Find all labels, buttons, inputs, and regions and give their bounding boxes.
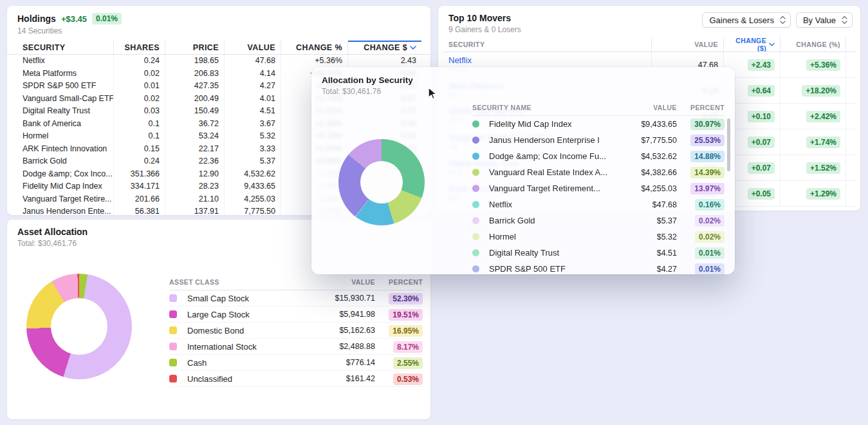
holdings-security-link[interactable]: Vanguard Target Retire...	[17, 193, 114, 206]
series-percent-cell: 14.39%	[677, 166, 725, 178]
series-percent-cell: 0.01%	[677, 263, 725, 274]
series-value: $5,162.63	[309, 326, 375, 335]
allocation-by-security-popup: Allocation by Security Total: $30,461.76…	[311, 67, 735, 274]
series-color-swatch-icon	[169, 294, 177, 302]
holdings-security-link[interactable]: Bank of America	[17, 118, 114, 131]
series-color-swatch-icon	[472, 169, 479, 176]
asset-allocation-title: Asset Allocation	[17, 227, 88, 237]
series-name: Hormel	[489, 232, 613, 241]
series-percent-badge: 14.88%	[690, 151, 725, 162]
series-value: $4.27	[613, 265, 677, 274]
series-name: International Stock	[187, 342, 309, 352]
series-name: Small Cap Stock	[187, 294, 309, 303]
holdings-shares: 0.02	[114, 93, 165, 106]
series-value: $5.32	[613, 232, 677, 241]
mover-change-pct-cell: +18.20%	[780, 78, 846, 103]
holdings-security-link[interactable]: Janus Henderson Ente...	[17, 205, 114, 216]
series-color-swatch-icon	[472, 120, 479, 128]
series-percent-badge: 19.51%	[389, 309, 423, 321]
mover-change-pct-cell: +1.29%	[780, 181, 846, 206]
allocation-row: Vanguard Target Retirement...$4,255.0313…	[472, 180, 725, 196]
series-value: $5.37	[613, 216, 677, 225]
mover-change-pct-badge: +1.74%	[806, 137, 840, 148]
series-value: $4.51	[613, 249, 677, 258]
series-name: Netflix	[489, 200, 613, 209]
mover-change-pct-badge: +18.20%	[802, 85, 840, 97]
holdings-price: 53.24	[165, 130, 225, 143]
holdings-security-link[interactable]: Meta Platforms	[17, 68, 114, 80]
holdings-col-shares[interactable]: Shares	[114, 41, 165, 54]
series-value: $4,382.66	[613, 168, 677, 177]
holdings-shares: 0.1	[114, 130, 165, 143]
series-color-swatch-icon	[169, 343, 177, 350]
series-color-swatch-icon	[472, 249, 479, 256]
holdings-table-header: Security Shares Price Value Change % Cha…	[7, 41, 430, 55]
security-allocation-donut-chart[interactable]	[338, 139, 425, 225]
mover-change-usd-badge: +0.10	[748, 111, 775, 122]
chevron-up-down-icon	[780, 15, 786, 24]
holdings-day-change-percent-badge: 0.01%	[92, 13, 122, 24]
holdings-value: 4.14	[225, 68, 281, 80]
holdings-col-change-usd[interactable]: Change $	[348, 41, 421, 54]
sort-descending-chevron-icon	[769, 42, 775, 46]
series-percent-badge: 0.53%	[393, 373, 423, 385]
series-percent-badge: 8.17%	[393, 341, 423, 353]
holdings-security-link[interactable]: Barrick Gold	[17, 155, 114, 168]
holdings-col-value[interactable]: Value	[225, 41, 281, 54]
series-percent-cell: 13.97%	[677, 182, 725, 194]
movers-col-value[interactable]: Value	[652, 37, 724, 52]
holdings-col-price[interactable]: Price	[165, 41, 225, 54]
series-percent-badge: 0.16%	[695, 199, 725, 211]
popup-scrollbar-thumb[interactable]	[727, 118, 730, 171]
holdings-security-link[interactable]: Hormel	[17, 130, 114, 143]
holdings-security-link[interactable]: Digital Realty Trust	[17, 105, 114, 118]
holdings-price: 150.49	[165, 105, 225, 118]
asset-allocation-donut-chart[interactable]	[26, 274, 132, 379]
holdings-col-security[interactable]: Security	[17, 41, 114, 54]
series-percent-cell: 0.53%	[375, 373, 423, 385]
series-percent-cell: 0.01%	[677, 247, 725, 259]
series-name: Domestic Bond	[187, 326, 309, 335]
holdings-value: 4.01	[225, 93, 281, 106]
holdings-security-link[interactable]: ARK Fintech Innovation	[17, 143, 114, 156]
holdings-security-link[interactable]: SPDR S&P 500 ETF	[17, 80, 114, 93]
series-percent-badge: 16.95%	[389, 325, 423, 337]
portfolio-dashboard: Holdings +$3.45 0.01% 14 Securities Secu…	[0, 0, 868, 425]
holdings-change-usd: 2.43	[348, 55, 421, 68]
allocation-row: Janus Henderson Enterprise I$7,775.5025.…	[472, 132, 725, 148]
asset-col-percent: Percent	[375, 278, 423, 286]
mover-change-usd-badge: +0.07	[748, 137, 775, 148]
movers-col-change-usd[interactable]: Change ($)	[724, 37, 780, 52]
donut-hole	[51, 298, 107, 355]
asset-allocation-table: Asset Class Value Percent Small Cap Stoc…	[169, 274, 423, 387]
holdings-security-link[interactable]: Dodge &amp; Cox Inco...	[17, 168, 114, 181]
holdings-shares: 334.171	[114, 180, 165, 193]
holdings-security-link[interactable]: Fidelity Mid Cap Index	[17, 180, 114, 193]
allocation-row: Large Cap Stock$5,941.9819.51%	[169, 307, 423, 323]
asset-rows: Small Cap Stock$15,930.7152.30%Large Cap…	[169, 290, 423, 387]
sort-by-select[interactable]: By Value	[796, 12, 853, 28]
series-percent-cell: 0.02%	[677, 214, 725, 227]
holdings-security-link[interactable]: Netflix	[17, 55, 114, 68]
mover-change-usd-badge: +0.64	[748, 85, 775, 97]
movers-col-change-pct[interactable]: Change (%)	[780, 37, 846, 52]
popup-col-value: Value	[613, 104, 677, 111]
holdings-value: 3.67	[225, 118, 281, 131]
series-percent-cell: 0.02%	[677, 231, 725, 243]
asset-col-value: Value	[309, 278, 375, 286]
movers-col-security[interactable]: Security	[443, 37, 652, 52]
series-name: Dodge &amp; Cox Income Fu...	[489, 151, 613, 161]
gainers-losers-select[interactable]: Gainers & Losers	[702, 12, 790, 28]
holdings-security-link[interactable]: Vanguard Small-Cap ETF	[17, 93, 114, 106]
holdings-price: 198.65	[165, 55, 225, 68]
mover-security-link[interactable]: Netflix	[448, 56, 472, 65]
series-name: Digital Realty Trust	[489, 248, 613, 258]
series-color-swatch-icon	[169, 375, 177, 382]
holdings-value: 5.32	[225, 130, 281, 143]
series-value: $47.68	[613, 200, 677, 209]
holdings-col-change-pct[interactable]: Change %	[281, 41, 348, 54]
holdings-price: 137.91	[165, 205, 225, 216]
series-percent-badge: 0.02%	[695, 231, 725, 243]
series-percent-cell: 0.16%	[677, 198, 725, 211]
holdings-price: 12.90	[165, 168, 225, 181]
